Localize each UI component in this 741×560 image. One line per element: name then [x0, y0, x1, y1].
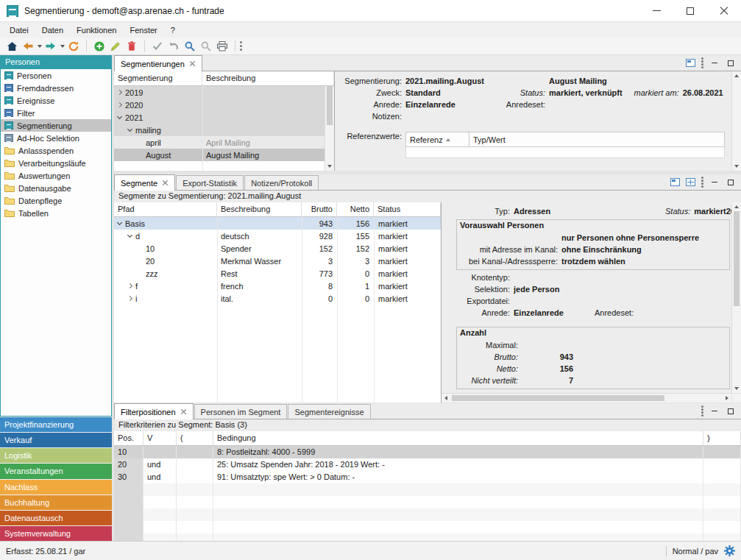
chevron-right-icon[interactable] [117, 90, 122, 95]
segment-row-f[interactable]: f french 8 1 markiert [114, 280, 441, 292]
column-header-beschreibung[interactable]: Beschreibung [202, 71, 334, 85]
pane-menu-icon[interactable] [701, 405, 703, 408]
tree-row-april[interactable]: april April Mailing [114, 136, 334, 149]
scroll-down-icon[interactable] [325, 162, 334, 171]
tree-vertical-scrollbar[interactable] [325, 71, 334, 171]
pane-menu-icon[interactable] [701, 177, 703, 179]
sidebar-item-anlassspenden[interactable]: Anlassspenden [1, 144, 111, 157]
segment-row-d[interactable]: d deutsch 928 155 markiert [114, 230, 441, 242]
filter-row-20[interactable]: 20 und 25: Umsatz Spenden Jahr: 2018 - 2… [114, 458, 741, 471]
undo-button[interactable] [166, 39, 182, 54]
column-header-netto[interactable]: Netto [337, 202, 374, 216]
chevron-right-icon[interactable] [117, 102, 122, 107]
split-pane-icon[interactable] [686, 178, 695, 186]
tree-row-2020[interactable]: 2020 [114, 99, 334, 111]
sidebar-item-filter[interactable]: Filter [1, 107, 111, 119]
sidebar-item-fremdadressen[interactable]: Fremdadressen [1, 82, 111, 94]
scroll-down-icon[interactable] [732, 384, 741, 393]
column-header-beschreibung[interactable]: Beschreibung [217, 202, 302, 216]
maximize-button[interactable] [673, 0, 707, 21]
scroll-down-icon[interactable] [732, 162, 741, 171]
tree-row-august[interactable]: August August Mailing [114, 149, 334, 161]
tree-row-mailing[interactable]: mailing [114, 124, 334, 136]
edit-button[interactable] [107, 39, 124, 54]
search-secondary-button[interactable] [198, 39, 214, 54]
forward-button[interactable] [43, 39, 59, 54]
menu-help[interactable]: ? [164, 24, 182, 36]
detail-horizontal-scrollbar[interactable] [442, 393, 731, 403]
column-header-open-paren[interactable]: ( [177, 431, 213, 445]
detach-pane-icon[interactable] [670, 178, 680, 186]
toolbar-overflow-icon[interactable] [240, 41, 242, 43]
refresh-button[interactable] [65, 39, 82, 54]
chevron-right-icon[interactable] [127, 283, 132, 288]
filter-row-30[interactable]: 30 und 91: Umsatztyp: spe Wert: > 0 Datu… [114, 471, 741, 483]
forward-history-dropdown[interactable] [59, 39, 65, 54]
detail-vertical-scrollbar[interactable] [731, 71, 741, 171]
column-header-segmentierung[interactable]: Segmentierung [114, 71, 202, 85]
segment-row-basis[interactable]: Basis 943 156 markiert [114, 217, 441, 230]
pane-minimize-button[interactable] [709, 406, 720, 417]
settings-gear-icon[interactable] [724, 545, 735, 556]
segment-row-10[interactable]: 10 Spender 152 152 markiert [114, 242, 441, 255]
scroll-up-icon[interactable] [732, 202, 741, 211]
menu-fenster[interactable]: Fenster [123, 24, 163, 36]
tab-notizen-protokoll[interactable]: Notizen/Protokoll [244, 175, 319, 190]
chevron-down-icon[interactable] [117, 219, 122, 224]
segment-row-zzz[interactable]: zzz Rest 773 0 markiert [114, 267, 441, 280]
back-history-dropdown[interactable] [36, 39, 43, 54]
sidebar-item-segmentierung[interactable]: Segmentierung [1, 119, 111, 132]
search-button[interactable] [182, 39, 198, 54]
close-tab-icon[interactable] [189, 60, 196, 67]
close-tab-icon[interactable] [162, 180, 169, 186]
module-verkauf[interactable]: Verkauf [0, 433, 112, 448]
column-header-bedingung[interactable]: Bedingung [213, 431, 703, 445]
tree-row-2019[interactable]: 2019 [114, 86, 334, 99]
sidebar-item-auswertungen[interactable]: Auswertungen [1, 169, 111, 182]
sidebar-item-datenpflege[interactable]: Datenpflege [1, 194, 111, 207]
pane-maximize-button[interactable] [726, 406, 736, 417]
module-datenaustausch[interactable]: Datenaustausch [0, 511, 112, 526]
detach-pane-icon[interactable] [686, 59, 695, 67]
module-logistik[interactable]: Logistik [0, 448, 112, 464]
pane-minimize-button[interactable] [709, 177, 720, 188]
sidebar-item-datenausgabe[interactable]: Datenausgabe [1, 182, 111, 194]
scroll-thumb[interactable] [734, 211, 740, 306]
scroll-thumb[interactable] [327, 80, 333, 125]
scroll-left-icon[interactable] [442, 394, 450, 403]
tab-segmentereignisse[interactable]: Segmentereignisse [288, 404, 370, 419]
scroll-up-icon[interactable] [732, 71, 741, 80]
column-header-status[interactable]: Status [374, 202, 441, 216]
chevron-down-icon[interactable] [127, 126, 132, 131]
chevron-down-icon[interactable] [127, 232, 132, 237]
scroll-right-icon[interactable] [723, 394, 731, 403]
pane-maximize-button[interactable] [726, 177, 736, 188]
menu-daten[interactable]: Daten [35, 24, 70, 36]
pane-menu-icon[interactable] [701, 57, 703, 60]
close-button[interactable] [707, 0, 741, 21]
module-systemverwaltung[interactable]: Systemverwaltung [0, 526, 112, 541]
pane-minimize-button[interactable] [709, 58, 720, 68]
menu-funktionen[interactable]: Funktionen [70, 24, 123, 36]
module-projektfinanzierung[interactable]: Projektfinanzierung [0, 417, 112, 433]
column-header-referenz[interactable]: Referenz [406, 132, 469, 146]
segment-row-i[interactable]: i ital. 0 0 markiert [114, 292, 441, 305]
minimize-button[interactable] [639, 0, 673, 21]
print-button[interactable] [214, 39, 230, 54]
segment-row-20[interactable]: 20 Merkmal Wasser 3 3 markiert [114, 255, 441, 267]
sidebar-item-verarbeitungslaeufe[interactable]: Verarbeitungsläufe [1, 157, 111, 169]
tab-filterpositionen[interactable]: Filterpositionen [114, 403, 194, 419]
tab-personen-im-segment[interactable]: Personen im Segment [194, 404, 288, 419]
filter-row-10[interactable]: 10 8: Postleitzahl: 4000 - 5999 [114, 446, 741, 458]
column-header-typ-wert[interactable]: Typ/Wert [469, 132, 724, 146]
confirm-button[interactable] [149, 39, 166, 54]
tab-segmente[interactable]: Segmente [114, 174, 175, 191]
detail-vertical-scrollbar[interactable] [731, 202, 741, 393]
module-buchhaltung[interactable]: Buchhaltung [0, 495, 112, 511]
column-header-close-paren[interactable]: ) [703, 431, 741, 445]
tab-export-statistik[interactable]: Export-Statistik [176, 175, 244, 190]
tree-row-2021[interactable]: 2021 [114, 111, 334, 124]
delete-button[interactable] [124, 39, 140, 54]
column-header-pfad[interactable]: Pfad [114, 202, 217, 216]
pane-maximize-button[interactable] [726, 58, 736, 68]
